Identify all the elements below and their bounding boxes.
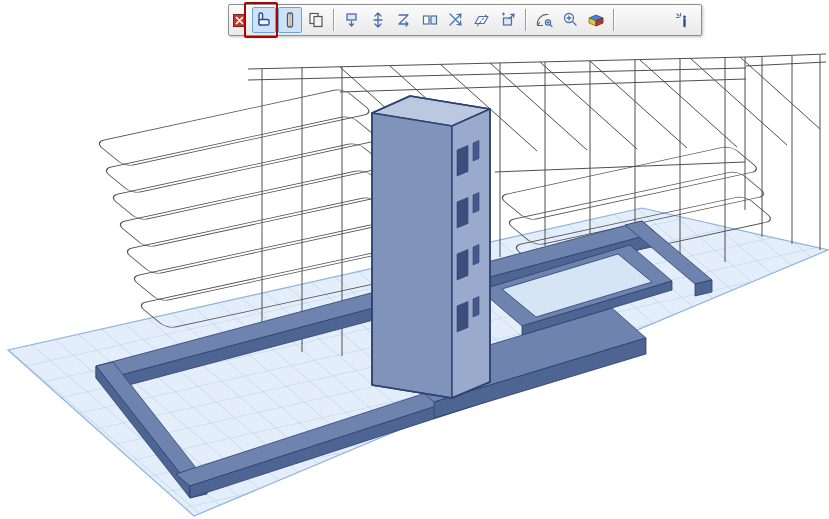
drag-copy-button[interactable]	[496, 7, 520, 33]
column-marquee-icon	[280, 10, 300, 30]
orbit-zoom-icon	[534, 10, 554, 30]
rotate-button[interactable]	[444, 7, 468, 33]
copy-icon	[306, 10, 326, 30]
toolbar-separator	[333, 9, 335, 31]
stretch-icon	[394, 10, 414, 30]
info-icon	[673, 10, 693, 30]
stretch-button[interactable]	[392, 7, 416, 33]
rotate-arrows-icon	[446, 10, 466, 30]
elevate-button[interactable]	[366, 7, 390, 33]
drag-copy-icon	[498, 10, 518, 30]
roof-frame-lines	[248, 54, 826, 172]
rebuild-3d-icon	[586, 10, 606, 30]
drag-icon	[342, 10, 362, 30]
mirror-icon	[472, 10, 492, 30]
floating-toolbar	[228, 4, 702, 36]
multiply-icon	[420, 10, 440, 30]
selected-tower[interactable]	[372, 96, 490, 398]
column-marquee-button[interactable]	[278, 7, 302, 33]
marquee-3d-icon	[254, 10, 274, 30]
mirror-button[interactable]	[470, 7, 494, 33]
3d-viewport[interactable]	[0, 0, 829, 519]
zoom-in-icon	[560, 10, 580, 30]
rebuild-3d-button[interactable]	[584, 7, 608, 33]
toolbar-separator	[613, 9, 615, 31]
elevate-icon	[368, 10, 388, 30]
close-button[interactable]	[233, 14, 246, 27]
multiply-button[interactable]	[418, 7, 442, 33]
toolbar-separator	[525, 9, 527, 31]
info-button[interactable]	[671, 7, 695, 33]
orbit-zoom-button[interactable]	[532, 7, 556, 33]
zoom-in-button[interactable]	[558, 7, 582, 33]
screenshot-root	[0, 0, 829, 519]
close-x-icon	[233, 14, 246, 27]
drag-button[interactable]	[340, 7, 364, 33]
copy-button[interactable]	[304, 7, 328, 33]
marquee-3d-button[interactable]	[252, 7, 276, 33]
